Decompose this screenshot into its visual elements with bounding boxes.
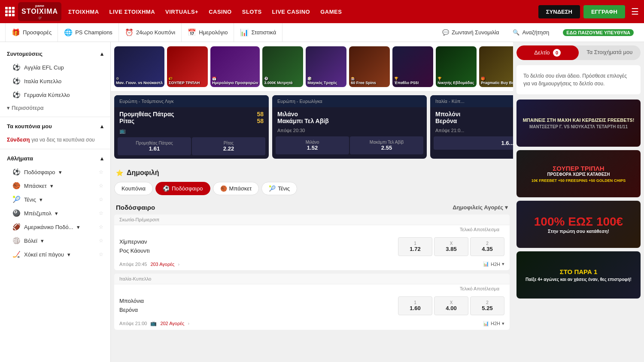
nav-stoixima[interactable]: ΣΤΟΙΧΗΜΑ bbox=[68, 9, 99, 15]
promo-card-4[interactable]: 🎲 Μαγικός Τροχός bbox=[306, 46, 346, 87]
sec-nav-24wro[interactable]: ⏰ 24ωρο Κουπόνι bbox=[119, 23, 182, 42]
deltio-tab-active[interactable]: Δελτίο 0 bbox=[516, 45, 579, 60]
match-team1-0: Χίμπερνιαν bbox=[119, 238, 184, 247]
volleyball-fav[interactable]: ☆ bbox=[99, 238, 103, 244]
live-match-card-2: Ιταλία - Κύπ... Μπολόνι Βερόνα Απόψε 21:… bbox=[430, 95, 513, 159]
baseball-fav[interactable]: ☆ bbox=[99, 210, 103, 216]
promo-card-8[interactable]: 🎁 Pragmatic Buy Bonus bbox=[479, 46, 513, 87]
live-match-card-1: Ευρώπη - Ευρωλίγκα Μιλάνο Μακάμπι Τελ Αβ… bbox=[272, 95, 427, 159]
sidebar-section-athletics[interactable]: Αθλήματα bbox=[0, 152, 110, 165]
sidebar-item-football[interactable]: ⚽ Ποδόσφαιρο ☆ bbox=[0, 165, 110, 179]
promo-card-2[interactable]: 📅 Ημερολόγιο Προσφορών bbox=[210, 46, 260, 87]
live-odd-btn-0-0[interactable]: Προμηθέας Πάτρας 1.61 bbox=[118, 137, 191, 155]
sidebar-item-italia-kypello[interactable]: ⚽ Ιταλία Κυπελλο bbox=[0, 74, 110, 88]
volleyball-label: Βόλεϊ bbox=[24, 238, 37, 244]
tab-tennis[interactable]: 🎾 Τένις bbox=[261, 182, 297, 195]
sec-nav-stats[interactable]: 📊 Στατιστικά bbox=[234, 23, 283, 42]
hamburger-icon[interactable]: ☰ bbox=[631, 6, 639, 17]
promo-card-6[interactable]: 🏆 Έπαθλο PS5! bbox=[392, 46, 433, 87]
demofilis-agores-btn[interactable]: Δημοφιλείς Αγορές bbox=[453, 204, 508, 211]
banner-para-1[interactable]: ΣΤΟ ΠΑΡΑ 1 Παίξε 4+ αγώνες και αν χάσεις… bbox=[516, 251, 641, 299]
sec-nav-prosfores[interactable]: 🎁 Προσφορές bbox=[5, 23, 58, 42]
tab-football[interactable]: ⚽ Ποδόσφαιρο bbox=[155, 182, 210, 195]
deltio-empty-message: Το δελτίο σου είναι άδειο. Πρόσθεσε επιλ… bbox=[516, 65, 641, 94]
sidebar-item-american-football[interactable]: 🏈 Αμερικάνικο Ποδό... ☆ bbox=[0, 220, 110, 234]
logo-area: pame STOIXIMA .gr bbox=[5, 2, 61, 21]
tab-kouponia[interactable]: Κουπόνια bbox=[114, 182, 153, 195]
tennis-chevron bbox=[39, 196, 43, 203]
responsible-gaming-badge[interactable]: ΕΔΩ ΠΑΙΖΟΥΜΕ ΥΠΕΥΘΥΝΑ bbox=[558, 29, 639, 36]
nav-links: ΣΤΟΙΧΗΜΑ LIVE ΣΤΟΙΧΗΜΑ VIRTUALS+ CASINO … bbox=[68, 9, 532, 15]
sidebar-item-basketball[interactable]: 🏀 Μπάσκετ ☆ bbox=[0, 179, 110, 193]
odd-btn-0-1[interactable]: 1 1.72 bbox=[398, 237, 432, 256]
live-match-odds-1: Μιλάνο 1.52 Μακάμπι Τελ Αβίβ 2.55 bbox=[272, 136, 427, 158]
promo-card-1[interactable]: 🏷 ΣΟΥΠΕΡ ΤΡΙΠΛΗ bbox=[167, 46, 208, 87]
sidebar-item-volleyball[interactable]: 🏐 Βόλεϊ ☆ bbox=[0, 234, 110, 247]
tab-basketball[interactable]: 🏀 Μπάσκετ bbox=[213, 182, 259, 195]
sidebar-section-shortcuts[interactable]: Συντομεύσεις bbox=[0, 47, 110, 60]
odd-btn-1-1[interactable]: 1 1.60 bbox=[398, 296, 432, 315]
sec-nav-search[interactable]: 🔍 Αναζήτηση bbox=[507, 29, 554, 36]
promo-card-5[interactable]: 🎰 60 Free Spins bbox=[349, 46, 390, 87]
live-match-card-0: Ευρώπη - Τσάμπιονς Λιγκ Προμηθέας Πάτρας… bbox=[114, 95, 269, 159]
promo-card-label-1: 🏷 ΣΟΥΠΕΡ ΤΡΙΠΛΗ bbox=[167, 75, 201, 87]
nav-live-casino[interactable]: LIVE CASINO bbox=[272, 9, 310, 15]
basketball-icon: 🏀 bbox=[12, 182, 21, 190]
soccer-icon: ⚽ bbox=[12, 63, 21, 71]
promo-card-3[interactable]: ⚽ 3.000€ Μετρητά bbox=[262, 46, 303, 87]
live-match-footer-2: Απόψε 21:0... bbox=[430, 126, 513, 136]
ta-stoixhimata-tab[interactable]: Τα Στοιχήματά μου bbox=[579, 45, 641, 60]
promo-card-label-0: ⚙ Μαν. Γιουν. vs Νιούκαστλ bbox=[114, 75, 164, 87]
register-button[interactable]: ΕΓΓΡΑΦΗ bbox=[583, 5, 625, 18]
sidebar-item-efl-cup[interactable]: ⚽ Αγγλία EFL Cup bbox=[0, 60, 110, 74]
sec-nav-ps-champions[interactable]: 🌐 PS Champions bbox=[58, 23, 119, 42]
basketball-fav[interactable]: ☆ bbox=[99, 183, 103, 189]
login-button[interactable]: ΣΥΝΔΕΣΗ bbox=[538, 5, 580, 18]
match-teams-1: Μπολόνια Βερόνα bbox=[119, 297, 184, 315]
sidebar-item-germania-kypello[interactable]: ⚽ Γερμανία Κύπελλο bbox=[0, 88, 110, 102]
live-odd-btn-2-0[interactable]: 1.6... bbox=[434, 136, 513, 150]
coupon-link[interactable]: Σύνδεση bbox=[7, 136, 30, 143]
sidebar-item-tennis[interactable]: 🎾 Τένις ☆ bbox=[0, 193, 110, 206]
sec-nav-24wro-label: 24ωρο Κουπόνι bbox=[136, 29, 175, 36]
american-football-fav[interactable]: ☆ bbox=[99, 224, 103, 230]
live-odd-btn-1-1[interactable]: Μακάμπι Τελ Αβίβ 2.55 bbox=[350, 136, 423, 154]
nav-slots[interactable]: SLOTS bbox=[242, 9, 262, 15]
live-odd-btn-1-0[interactable]: Μιλάνο 1.52 bbox=[276, 136, 349, 154]
agores-link-1[interactable]: 202 Αγορές bbox=[160, 321, 184, 326]
live-odd-btn-0-1[interactable]: Ρίτας 2.22 bbox=[192, 137, 265, 155]
banner-super-triple[interactable]: ΣΟΥΠΕΡ ΤΡΙΠΛΗ ΠΡΟΣΦΟΡΑ ΧΩΡΙΣ ΚΑΤΑΘΕΣΗ 10… bbox=[516, 150, 641, 197]
agores-link-0[interactable]: 203 Αγορές bbox=[150, 262, 174, 267]
hockey-fav[interactable]: ☆ bbox=[99, 251, 103, 257]
h2h-btn-0[interactable]: 📊 H2H bbox=[483, 261, 504, 267]
promo-card-0[interactable]: ⚙ Μαν. Γιουν. vs Νιούκαστλ bbox=[114, 46, 164, 87]
sec-nav-prosfores-label: Προσφορές bbox=[23, 29, 52, 36]
sidebar-item-baseball[interactable]: 🎱 Μπέιζμπολ ☆ bbox=[0, 206, 110, 220]
grid-menu-icon[interactable] bbox=[5, 7, 15, 16]
sidebar-item-hockey[interactable]: 🏒 Χόκεϊ επί πάγου ☆ bbox=[0, 247, 110, 261]
odd-btn-0-2[interactable]: 2 4.35 bbox=[470, 237, 504, 256]
football-fav[interactable]: ☆ bbox=[99, 169, 103, 175]
promo-card-7[interactable]: 🏆 Νικητής Εβδομάδας bbox=[436, 46, 477, 87]
sidebar-section-coupon[interactable]: Τα κουπόνια μου bbox=[0, 120, 110, 133]
tennis-fav[interactable]: ☆ bbox=[99, 196, 103, 202]
nav-games[interactable]: GAMES bbox=[320, 9, 342, 15]
nav-virtuals[interactable]: VIRTUALS+ bbox=[165, 9, 198, 15]
american-football-label: Αμερικάνικο Ποδό... bbox=[24, 224, 73, 230]
top-right-buttons: ΣΥΝΔΕΣΗ ΕΓΓΡΑΦΗ ☰ bbox=[538, 5, 639, 18]
odd-btn-0-x[interactable]: X 3.85 bbox=[434, 237, 468, 256]
h2h-btn-1[interactable]: 📊 H2H bbox=[483, 321, 504, 326]
logo[interactable]: pame STOIXIMA .gr bbox=[18, 2, 61, 21]
banner-100-inner: 100% ΕΩΣ 100€ Στην πρώτη σου κατάθεση! bbox=[516, 201, 641, 248]
more-button[interactable]: Περισσότερα bbox=[0, 102, 110, 114]
agores-chevron-1[interactable]: › bbox=[188, 321, 189, 326]
agores-chevron-0[interactable]: › bbox=[178, 262, 179, 267]
odd-btn-1-x[interactable]: X 4.00 bbox=[434, 296, 468, 315]
nav-live-stoixima[interactable]: LIVE ΣΤΟΙΧΗΜΑ bbox=[109, 9, 155, 15]
odd-btn-1-2[interactable]: 2 5.25 bbox=[470, 296, 504, 315]
nav-casino[interactable]: CASINO bbox=[209, 9, 232, 15]
sec-nav-calendar[interactable]: 📅 Ημερολόγιο bbox=[182, 23, 234, 42]
sec-nav-chat[interactable]: 💬 Ζωντανή Συνομιλία bbox=[437, 29, 504, 36]
banner-100-percent[interactable]: 100% ΕΩΣ 100€ Στην πρώτη σου κατάθεση! bbox=[516, 201, 641, 248]
banner-ps-champions[interactable]: ΜΠΑΙΝΕΙΣ ΣΤΗ ΜΑΧΗ ΚΑΙ ΚΕΡΔΙΖΕΙΣ FREEBETS… bbox=[516, 100, 641, 147]
